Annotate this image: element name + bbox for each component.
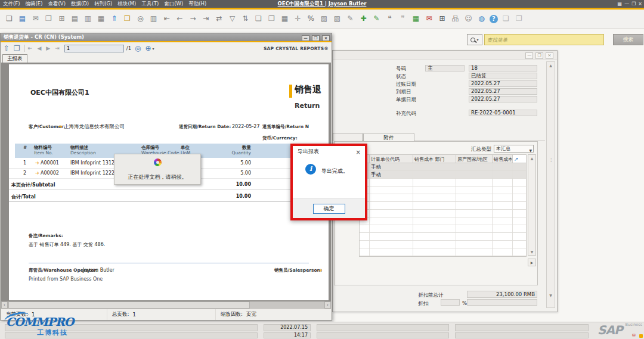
menu-item[interactable]: 数据(D) <box>71 1 89 8</box>
next-record-icon[interactable]: → <box>188 14 198 24</box>
calculator-icon[interactable]: ⊞ <box>437 14 447 24</box>
grid-scroll-right-icon[interactable]: ▶ <box>528 259 536 266</box>
menu-item[interactable]: 窗口(W) <box>164 1 183 8</box>
link-arrow-icon[interactable]: ➔ <box>58 124 63 129</box>
table-row[interactable] <box>360 248 526 256</box>
copy-report-icon[interactable]: ❐ <box>14 44 20 52</box>
secure-export-icon[interactable]: ❒ <box>122 14 132 24</box>
export-word-icon[interactable]: ▥ <box>83 14 93 24</box>
discount-percent-field[interactable] <box>441 299 460 306</box>
find-menu-button[interactable]: ▾ <box>467 34 482 45</box>
target-document-icon[interactable]: ▧ <box>332 14 342 24</box>
supplement-code-field[interactable]: RE-2022-05-0001 <box>469 110 537 116</box>
menu-item[interactable]: 模块(M) <box>117 1 136 8</box>
table-row[interactable] <box>360 217 526 225</box>
scroll-down-icon[interactable]: ▼ <box>547 293 555 297</box>
form-settings-icon[interactable]: ✎ <box>371 14 382 24</box>
grid-vertical-scrollbar[interactable]: ▲ ▼ <box>528 154 536 256</box>
scroll-up-icon[interactable]: ▲ <box>528 156 535 160</box>
copy-table-icon[interactable]: ▦ <box>280 14 290 24</box>
menu-item[interactable]: 工具(T) <box>141 1 159 8</box>
b1-vertical-scrollbar[interactable]: ▲ ⋮ ▼ <box>546 61 555 308</box>
print-preview-icon[interactable]: ⊞ <box>57 14 67 24</box>
grid-column-header[interactable]: 销售成本 部门 <box>413 155 456 163</box>
upload-icon[interactable]: ⇑ <box>109 14 119 24</box>
document-number-field[interactable]: 18 <box>469 65 537 71</box>
search-button[interactable]: 搜索 <box>613 34 643 45</box>
first-record-icon[interactable]: ⇤ <box>162 14 172 24</box>
menu-item[interactable]: 查看(V) <box>48 1 66 8</box>
scroll-right-icon[interactable]: › <box>324 301 331 309</box>
doc-gray-icon[interactable]: ❏ <box>501 14 511 24</box>
menu-item[interactable]: 帮助(H) <box>188 1 206 8</box>
previous-record-icon[interactable]: ← <box>175 14 185 24</box>
field-value[interactable]: 2022.05.27 <box>469 88 537 95</box>
calendar-icon[interactable]: ▦ <box>411 14 421 24</box>
chevron-down-icon[interactable]: ▾ <box>153 46 154 51</box>
close-icon[interactable]: × <box>638 1 642 7</box>
grid-column-header[interactable]: 销售成本 ... <box>493 155 513 163</box>
table-row[interactable] <box>360 225 526 233</box>
table-row[interactable] <box>360 241 526 248</box>
link-arrow-icon[interactable]: ➔ <box>318 268 323 273</box>
grid-column-header[interactable]: 计量单位代码 <box>370 155 413 163</box>
alerts-icon[interactable]: ✉ <box>424 14 434 24</box>
total-before-discount-field[interactable]: 23,100.00 RMB <box>467 291 537 298</box>
gross-profit-icon[interactable]: % <box>306 14 316 24</box>
cr-window-titlebar[interactable]: 销售退货单 - CR (CN) (System) — ❐ × <box>1 33 332 41</box>
table-row[interactable]: 手动 <box>360 171 526 179</box>
number-series-combo[interactable]: 主 <box>425 65 465 71</box>
menu-item[interactable]: 转到(G) <box>94 1 112 8</box>
table-row[interactable] <box>360 210 526 217</box>
export-report-icon[interactable]: ⇧ <box>4 44 10 52</box>
ok-button[interactable]: 确定 <box>313 204 345 214</box>
doc-gray2-icon[interactable]: ❐ <box>514 14 524 24</box>
preview-icon[interactable]: ❏ <box>4 14 14 24</box>
base-document-icon[interactable]: ▨ <box>319 14 329 24</box>
tab-hidden[interactable] <box>333 133 363 141</box>
find-text-icon[interactable]: ◎ <box>135 44 141 52</box>
table-row[interactable] <box>360 194 526 202</box>
field-value[interactable]: 已结算 <box>469 73 537 79</box>
field-value[interactable]: 2022.05.27 <box>469 96 537 102</box>
export-excel-icon[interactable]: ▤ <box>70 14 80 24</box>
minimize-icon[interactable]: — <box>624 1 629 7</box>
browser-icon[interactable]: ◍ <box>476 14 487 24</box>
table-row[interactable] <box>360 233 526 241</box>
first-page-icon[interactable]: ⇤ <box>28 45 33 51</box>
table-row[interactable]: 手动 <box>360 163 526 171</box>
notes-icon[interactable]: ▥ <box>148 14 159 24</box>
export-pdf-icon[interactable]: ▦ <box>96 14 106 24</box>
dialog-titlebar[interactable]: 导出报表 × <box>293 146 365 157</box>
scroll-up-icon[interactable]: ▲ <box>547 63 555 67</box>
create-icon[interactable]: ✚ <box>358 14 369 24</box>
grid-column-header[interactable]: 原产国家/地区 <box>456 155 493 163</box>
grid-expand-icon[interactable]: ↗ <box>513 155 526 163</box>
menu-search-input[interactable] <box>484 34 604 45</box>
scroll-down-icon[interactable]: ▼ <box>528 250 535 254</box>
copy-page-icon[interactable]: ❏ <box>253 14 264 24</box>
last-page-icon[interactable]: ⇥ <box>55 45 60 51</box>
link-arrow-icon[interactable]: ➔ <box>35 160 39 166</box>
user-icon[interactable]: ☺ <box>463 14 473 24</box>
table-row[interactable] <box>360 202 526 210</box>
minimize-icon[interactable]: — <box>302 35 309 41</box>
restore-icon[interactable]: ❐ <box>312 35 320 41</box>
zoom-icon[interactable]: ⊕ <box>145 44 151 52</box>
cr-horizontal-scrollbar[interactable]: ‹ › <box>1 301 331 309</box>
table-row[interactable] <box>360 186 526 194</box>
tab-attachments[interactable]: 附件 <box>363 133 414 141</box>
discount-amount-field[interactable] <box>467 299 537 306</box>
help-icon[interactable]: ? <box>490 15 498 23</box>
restore-icon[interactable]: ❐ <box>631 1 636 7</box>
org-chart-icon[interactable]: 品 <box>450 14 460 24</box>
messages-icon[interactable]: ❞ <box>398 14 408 24</box>
menu-item[interactable]: 编辑(E) <box>26 1 43 8</box>
print-icon[interactable]: ▤ <box>17 14 27 24</box>
restore-icon[interactable]: ❐ <box>535 52 543 59</box>
close-icon[interactable]: × <box>322 35 330 41</box>
minimize-icon[interactable]: — <box>525 52 533 59</box>
previous-page-icon[interactable]: ◀ <box>37 45 41 51</box>
filter-icon[interactable]: ▽ <box>227 14 237 24</box>
email-icon[interactable]: ✉ <box>30 14 41 24</box>
